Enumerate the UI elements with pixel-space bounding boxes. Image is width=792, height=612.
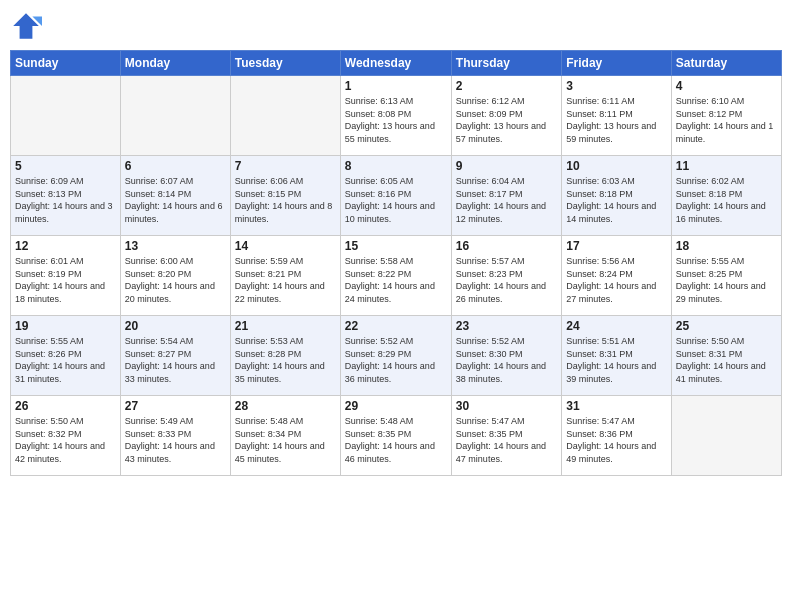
day-number: 2	[456, 79, 557, 93]
day-number: 30	[456, 399, 557, 413]
day-number: 28	[235, 399, 336, 413]
day-info: Sunrise: 5:47 AMSunset: 8:35 PMDaylight:…	[456, 415, 557, 465]
page: SundayMondayTuesdayWednesdayThursdayFrid…	[0, 0, 792, 612]
day-number: 16	[456, 239, 557, 253]
day-info: Sunrise: 6:13 AMSunset: 8:08 PMDaylight:…	[345, 95, 447, 145]
calendar-day-cell: 3Sunrise: 6:11 AMSunset: 8:11 PMDaylight…	[562, 76, 671, 156]
calendar-day-cell: 8Sunrise: 6:05 AMSunset: 8:16 PMDaylight…	[340, 156, 451, 236]
calendar-day-cell: 22Sunrise: 5:52 AMSunset: 8:29 PMDayligh…	[340, 316, 451, 396]
calendar-week-row: 12Sunrise: 6:01 AMSunset: 8:19 PMDayligh…	[11, 236, 782, 316]
day-number: 11	[676, 159, 777, 173]
day-number: 21	[235, 319, 336, 333]
day-number: 25	[676, 319, 777, 333]
day-number: 10	[566, 159, 666, 173]
day-info: Sunrise: 5:48 AMSunset: 8:34 PMDaylight:…	[235, 415, 336, 465]
logo	[10, 10, 46, 42]
calendar-day-cell: 18Sunrise: 5:55 AMSunset: 8:25 PMDayligh…	[671, 236, 781, 316]
day-info: Sunrise: 6:04 AMSunset: 8:17 PMDaylight:…	[456, 175, 557, 225]
day-info: Sunrise: 5:48 AMSunset: 8:35 PMDaylight:…	[345, 415, 447, 465]
calendar-day-cell: 28Sunrise: 5:48 AMSunset: 8:34 PMDayligh…	[230, 396, 340, 476]
day-info: Sunrise: 6:09 AMSunset: 8:13 PMDaylight:…	[15, 175, 116, 225]
calendar-day-cell	[671, 396, 781, 476]
calendar-day-cell: 1Sunrise: 6:13 AMSunset: 8:08 PMDaylight…	[340, 76, 451, 156]
day-info: Sunrise: 5:50 AMSunset: 8:31 PMDaylight:…	[676, 335, 777, 385]
calendar-day-cell: 15Sunrise: 5:58 AMSunset: 8:22 PMDayligh…	[340, 236, 451, 316]
day-number: 8	[345, 159, 447, 173]
day-info: Sunrise: 5:55 AMSunset: 8:26 PMDaylight:…	[15, 335, 116, 385]
calendar-day-cell: 13Sunrise: 6:00 AMSunset: 8:20 PMDayligh…	[120, 236, 230, 316]
day-number: 3	[566, 79, 666, 93]
calendar-day-cell: 19Sunrise: 5:55 AMSunset: 8:26 PMDayligh…	[11, 316, 121, 396]
day-info: Sunrise: 5:51 AMSunset: 8:31 PMDaylight:…	[566, 335, 666, 385]
day-number: 31	[566, 399, 666, 413]
calendar-day-cell: 31Sunrise: 5:47 AMSunset: 8:36 PMDayligh…	[562, 396, 671, 476]
day-number: 19	[15, 319, 116, 333]
day-number: 22	[345, 319, 447, 333]
calendar: SundayMondayTuesdayWednesdayThursdayFrid…	[10, 50, 782, 476]
calendar-day-cell: 11Sunrise: 6:02 AMSunset: 8:18 PMDayligh…	[671, 156, 781, 236]
header	[10, 10, 782, 42]
calendar-day-cell: 25Sunrise: 5:50 AMSunset: 8:31 PMDayligh…	[671, 316, 781, 396]
day-info: Sunrise: 6:11 AMSunset: 8:11 PMDaylight:…	[566, 95, 666, 145]
day-number: 6	[125, 159, 226, 173]
calendar-day-cell: 27Sunrise: 5:49 AMSunset: 8:33 PMDayligh…	[120, 396, 230, 476]
day-info: Sunrise: 5:57 AMSunset: 8:23 PMDaylight:…	[456, 255, 557, 305]
day-number: 13	[125, 239, 226, 253]
weekday-header: Saturday	[671, 51, 781, 76]
day-number: 17	[566, 239, 666, 253]
calendar-day-cell: 6Sunrise: 6:07 AMSunset: 8:14 PMDaylight…	[120, 156, 230, 236]
day-number: 5	[15, 159, 116, 173]
calendar-day-cell	[120, 76, 230, 156]
day-info: Sunrise: 6:02 AMSunset: 8:18 PMDaylight:…	[676, 175, 777, 225]
day-info: Sunrise: 5:55 AMSunset: 8:25 PMDaylight:…	[676, 255, 777, 305]
calendar-week-row: 1Sunrise: 6:13 AMSunset: 8:08 PMDaylight…	[11, 76, 782, 156]
calendar-week-row: 26Sunrise: 5:50 AMSunset: 8:32 PMDayligh…	[11, 396, 782, 476]
day-info: Sunrise: 5:47 AMSunset: 8:36 PMDaylight:…	[566, 415, 666, 465]
calendar-day-cell: 7Sunrise: 6:06 AMSunset: 8:15 PMDaylight…	[230, 156, 340, 236]
calendar-day-cell: 30Sunrise: 5:47 AMSunset: 8:35 PMDayligh…	[451, 396, 561, 476]
day-number: 4	[676, 79, 777, 93]
day-number: 24	[566, 319, 666, 333]
calendar-day-cell: 21Sunrise: 5:53 AMSunset: 8:28 PMDayligh…	[230, 316, 340, 396]
day-info: Sunrise: 6:12 AMSunset: 8:09 PMDaylight:…	[456, 95, 557, 145]
calendar-day-cell: 4Sunrise: 6:10 AMSunset: 8:12 PMDaylight…	[671, 76, 781, 156]
calendar-day-cell: 20Sunrise: 5:54 AMSunset: 8:27 PMDayligh…	[120, 316, 230, 396]
day-number: 29	[345, 399, 447, 413]
logo-icon	[10, 10, 42, 42]
day-info: Sunrise: 5:58 AMSunset: 8:22 PMDaylight:…	[345, 255, 447, 305]
day-number: 14	[235, 239, 336, 253]
day-info: Sunrise: 6:06 AMSunset: 8:15 PMDaylight:…	[235, 175, 336, 225]
day-number: 18	[676, 239, 777, 253]
day-info: Sunrise: 6:10 AMSunset: 8:12 PMDaylight:…	[676, 95, 777, 145]
day-info: Sunrise: 6:05 AMSunset: 8:16 PMDaylight:…	[345, 175, 447, 225]
day-info: Sunrise: 5:59 AMSunset: 8:21 PMDaylight:…	[235, 255, 336, 305]
weekday-header: Thursday	[451, 51, 561, 76]
day-number: 9	[456, 159, 557, 173]
calendar-day-cell	[230, 76, 340, 156]
day-number: 27	[125, 399, 226, 413]
day-number: 12	[15, 239, 116, 253]
calendar-header-row: SundayMondayTuesdayWednesdayThursdayFrid…	[11, 51, 782, 76]
calendar-week-row: 19Sunrise: 5:55 AMSunset: 8:26 PMDayligh…	[11, 316, 782, 396]
calendar-day-cell: 29Sunrise: 5:48 AMSunset: 8:35 PMDayligh…	[340, 396, 451, 476]
calendar-day-cell	[11, 76, 121, 156]
day-info: Sunrise: 6:03 AMSunset: 8:18 PMDaylight:…	[566, 175, 666, 225]
day-info: Sunrise: 6:01 AMSunset: 8:19 PMDaylight:…	[15, 255, 116, 305]
calendar-day-cell: 9Sunrise: 6:04 AMSunset: 8:17 PMDaylight…	[451, 156, 561, 236]
day-info: Sunrise: 5:49 AMSunset: 8:33 PMDaylight:…	[125, 415, 226, 465]
calendar-day-cell: 12Sunrise: 6:01 AMSunset: 8:19 PMDayligh…	[11, 236, 121, 316]
weekday-header: Wednesday	[340, 51, 451, 76]
calendar-day-cell: 10Sunrise: 6:03 AMSunset: 8:18 PMDayligh…	[562, 156, 671, 236]
day-info: Sunrise: 5:56 AMSunset: 8:24 PMDaylight:…	[566, 255, 666, 305]
day-info: Sunrise: 6:00 AMSunset: 8:20 PMDaylight:…	[125, 255, 226, 305]
calendar-day-cell: 5Sunrise: 6:09 AMSunset: 8:13 PMDaylight…	[11, 156, 121, 236]
calendar-day-cell: 24Sunrise: 5:51 AMSunset: 8:31 PMDayligh…	[562, 316, 671, 396]
calendar-week-row: 5Sunrise: 6:09 AMSunset: 8:13 PMDaylight…	[11, 156, 782, 236]
calendar-day-cell: 16Sunrise: 5:57 AMSunset: 8:23 PMDayligh…	[451, 236, 561, 316]
day-number: 1	[345, 79, 447, 93]
weekday-header: Monday	[120, 51, 230, 76]
day-info: Sunrise: 6:07 AMSunset: 8:14 PMDaylight:…	[125, 175, 226, 225]
calendar-day-cell: 17Sunrise: 5:56 AMSunset: 8:24 PMDayligh…	[562, 236, 671, 316]
day-number: 26	[15, 399, 116, 413]
day-number: 7	[235, 159, 336, 173]
